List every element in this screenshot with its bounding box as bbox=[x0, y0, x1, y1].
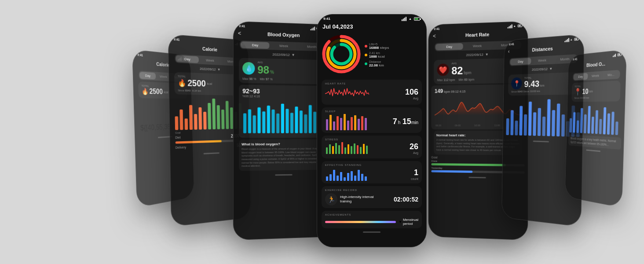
svg-rect-19 bbox=[262, 111, 265, 133]
svg-rect-16 bbox=[248, 110, 251, 133]
home-indicator-3 bbox=[275, 174, 292, 176]
svg-rect-6 bbox=[203, 112, 207, 129]
svg-rect-1 bbox=[179, 110, 183, 130]
svg-rect-56 bbox=[344, 147, 346, 154]
distance-total: 9.43 bbox=[524, 79, 539, 89]
screen-title-6: Distances bbox=[532, 46, 553, 52]
svg-rect-104 bbox=[615, 121, 618, 135]
svg-rect-82 bbox=[533, 112, 536, 136]
home-indicator-5 bbox=[468, 176, 486, 178]
svg-rect-51 bbox=[329, 144, 331, 154]
svg-rect-44 bbox=[347, 121, 349, 130]
status-time-4: 9:41 bbox=[323, 17, 330, 21]
svg-rect-42 bbox=[340, 118, 342, 130]
svg-rect-57 bbox=[348, 144, 349, 154]
svg-rect-74 bbox=[361, 174, 363, 181]
screen-title: Calorie bbox=[156, 61, 170, 68]
tab-week-3[interactable]: Week bbox=[270, 42, 298, 50]
svg-rect-83 bbox=[538, 108, 541, 136]
svg-rect-28 bbox=[304, 114, 307, 133]
svg-rect-87 bbox=[556, 103, 560, 136]
tab-bar-6: Day Week Month bbox=[509, 54, 578, 66]
svg-rect-86 bbox=[552, 110, 555, 136]
svg-rect-93 bbox=[573, 112, 575, 133]
tab-day-6[interactable]: Day bbox=[510, 58, 531, 65]
tab-week-7[interactable]: Week bbox=[588, 72, 603, 80]
phone-activity: 9:41 ▲ Jul 04,2023 bbox=[317, 14, 427, 247]
svg-rect-66 bbox=[333, 170, 335, 181]
svg-rect-7 bbox=[208, 103, 211, 129]
hr-avg: 82 bbox=[451, 65, 463, 77]
svg-rect-69 bbox=[344, 177, 346, 181]
status-time-7: 9:41 bbox=[573, 57, 578, 61]
screen-title-5: Heart Rate bbox=[465, 32, 489, 38]
chevron-down-icon-3: ▼ bbox=[292, 53, 295, 57]
tab-day[interactable]: Day bbox=[139, 72, 156, 80]
tab-week-6[interactable]: Week bbox=[531, 56, 553, 64]
svg-rect-48 bbox=[361, 116, 363, 130]
home-indicator-2 bbox=[204, 152, 220, 154]
svg-rect-81 bbox=[528, 102, 532, 136]
svg-rect-68 bbox=[340, 172, 342, 181]
tab-week-2[interactable]: Week bbox=[199, 56, 221, 64]
chevron-down-icon-6: ▼ bbox=[549, 67, 553, 71]
back-button-5[interactable]: < bbox=[433, 33, 436, 39]
tab-day-5[interactable]: Day bbox=[435, 43, 463, 51]
svg-rect-72 bbox=[354, 176, 356, 181]
home-indicator-6 bbox=[533, 140, 549, 142]
svg-rect-96 bbox=[584, 114, 587, 133]
tab-week-5[interactable]: Week bbox=[463, 42, 491, 50]
back-button-3[interactable]: < bbox=[238, 30, 241, 37]
partial-chart bbox=[569, 103, 622, 136]
screen-title-7: Blood O... bbox=[586, 61, 605, 68]
svg-rect-55 bbox=[341, 142, 343, 154]
svg-rect-30 bbox=[313, 112, 316, 133]
tab-day-7[interactable]: Day bbox=[574, 73, 588, 81]
activity-rings bbox=[322, 34, 361, 74]
svg-rect-67 bbox=[337, 176, 339, 181]
svg-rect-63 bbox=[366, 146, 368, 154]
svg-rect-11 bbox=[226, 101, 229, 129]
status-time-5: 9:41 bbox=[434, 27, 439, 30]
svg-point-37 bbox=[332, 44, 351, 64]
tab-day-2[interactable]: Day bbox=[176, 55, 199, 63]
date-value-2: 2022/09/12 bbox=[200, 67, 216, 72]
calorie-total: 2500 bbox=[187, 78, 206, 89]
svg-rect-78 bbox=[515, 121, 518, 135]
svg-rect-26 bbox=[295, 106, 298, 133]
svg-rect-18 bbox=[257, 107, 260, 133]
svg-rect-61 bbox=[360, 147, 362, 154]
phone-partial-right: 9:41 Blood O... Day Week Mo... bbox=[565, 49, 627, 208]
spo2-avg: 98 bbox=[257, 64, 269, 77]
svg-rect-79 bbox=[519, 106, 523, 136]
svg-rect-99 bbox=[595, 110, 598, 134]
svg-rect-25 bbox=[290, 113, 293, 133]
svg-rect-58 bbox=[351, 146, 352, 154]
date-selector-3[interactable]: 2022/09/12 ▼ bbox=[236, 51, 330, 59]
exercise-icon: 🏃 bbox=[325, 193, 337, 205]
back-button-6[interactable]: ‹ bbox=[508, 48, 510, 55]
svg-rect-3 bbox=[189, 105, 193, 130]
svg-rect-46 bbox=[354, 115, 356, 130]
svg-rect-10 bbox=[221, 110, 224, 129]
svg-rect-76 bbox=[506, 118, 509, 135]
status-time-6: 9:41 bbox=[509, 42, 514, 46]
svg-rect-77 bbox=[510, 110, 514, 135]
heart-icon: ❤️ bbox=[437, 63, 449, 76]
tab-day-3[interactable]: Day bbox=[241, 41, 270, 49]
svg-rect-52 bbox=[332, 146, 334, 154]
info-text-spo2: Blood oxygen is a measure of the amount … bbox=[242, 147, 325, 168]
svg-rect-41 bbox=[337, 116, 339, 130]
svg-rect-62 bbox=[363, 144, 365, 154]
tab-month-7[interactable]: Mo... bbox=[603, 71, 619, 79]
status-icons-4: ▲ bbox=[402, 17, 420, 21]
svg-rect-54 bbox=[338, 145, 340, 154]
svg-rect-40 bbox=[333, 121, 335, 130]
svg-rect-73 bbox=[358, 170, 360, 181]
svg-rect-4 bbox=[194, 114, 198, 130]
location-icon: 📍 bbox=[511, 77, 522, 89]
screen-title-3: Blood Oxygen bbox=[267, 32, 300, 38]
svg-rect-103 bbox=[611, 112, 615, 135]
svg-rect-53 bbox=[335, 143, 337, 154]
svg-rect-97 bbox=[587, 106, 590, 134]
